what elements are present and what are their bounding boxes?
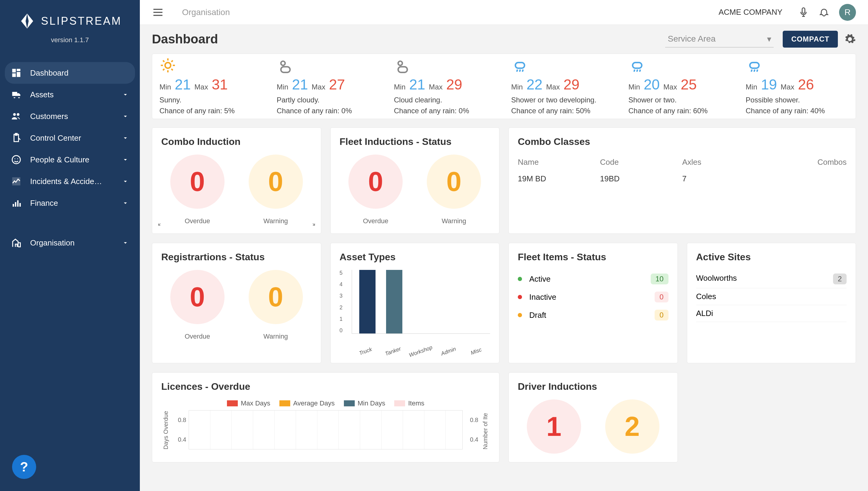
- column-header: Combos: [764, 157, 847, 167]
- card-title: Registrartions - Status: [161, 252, 312, 263]
- temp-min: 21: [409, 76, 425, 93]
- status-row: Active 10: [518, 270, 669, 288]
- status-label: Active: [529, 275, 651, 284]
- sidebar-item-label: Control Center: [30, 134, 122, 143]
- truck-icon: [11, 89, 22, 100]
- cell-combos: [764, 174, 847, 183]
- collapse-icon[interactable]: [158, 223, 165, 230]
- stat-label: Overdue: [170, 333, 225, 340]
- y-tick: 1: [340, 316, 352, 322]
- site-name: Woolworths: [696, 273, 737, 284]
- logo-area: SLIPSTREAM version 1.1.7: [0, 0, 140, 50]
- stat-label: Warning: [249, 333, 303, 340]
- site-row[interactable]: ALDi: [696, 305, 847, 322]
- temp-min: 20: [644, 76, 660, 93]
- min-label: Min: [511, 83, 523, 91]
- max-label: Max: [429, 83, 443, 91]
- y-tick: 0.8: [171, 416, 186, 424]
- stat-circle: 0: [170, 154, 225, 209]
- site-count-badge: 2: [833, 273, 847, 284]
- stat-label: Warning: [427, 217, 481, 225]
- topbar: Organisation ACME COMPANY R: [140, 0, 868, 25]
- legend: Max Days Average Days Min Days Items: [161, 399, 490, 407]
- dashboard-grid: Combo Induction 0Overdue 0Warning Fleet …: [152, 127, 856, 462]
- legend-label: Min Days: [358, 399, 386, 407]
- legend-label: Average Days: [293, 399, 335, 407]
- card-title: Fleet Inductions - Status: [340, 136, 491, 147]
- weather-rain: Chance of any rain: 40%: [746, 106, 848, 116]
- card-title: Driver Inductions: [518, 381, 669, 392]
- y-tick: 3: [340, 293, 352, 299]
- partly-weather-icon: [394, 56, 497, 75]
- stat-circle: 2: [605, 399, 660, 454]
- sunny-weather-icon: [160, 56, 262, 75]
- sidebar-item-people-culture[interactable]: People & Culture: [5, 149, 135, 171]
- service-area-select[interactable]: Service Area ▾: [665, 31, 774, 48]
- status-badge: 0: [654, 310, 668, 320]
- card-title: Fleet Items - Status: [518, 252, 669, 263]
- compact-button[interactable]: COMPACT: [783, 31, 838, 48]
- status-row: Draft 0: [518, 306, 669, 324]
- max-label: Max: [781, 83, 794, 91]
- licences-plot: [189, 410, 463, 450]
- site-row[interactable]: Coles: [696, 288, 847, 305]
- content: Min 21 Max 31 Sunny. Chance of any rain:…: [140, 54, 868, 491]
- expand-icon[interactable]: [308, 223, 315, 230]
- cell-axles: 7: [682, 174, 765, 183]
- avatar[interactable]: R: [839, 4, 856, 21]
- cell-name: 19M BD: [518, 174, 600, 183]
- weather-rain: Chance of any rain: 5%: [160, 106, 262, 116]
- table-row[interactable]: 19M BD 19BD 7: [518, 170, 847, 187]
- avatar-initial: R: [844, 7, 850, 17]
- weather-rain: Chance of any rain: 0%: [277, 106, 380, 116]
- svg-point-2: [17, 158, 18, 160]
- asset-types-chart: 012345: [340, 270, 491, 348]
- slipstream-logo-icon: [18, 12, 36, 30]
- max-label: Max: [546, 83, 560, 91]
- site-row[interactable]: Woolworths 2: [696, 270, 847, 288]
- gear-icon[interactable]: [844, 33, 856, 45]
- y-tick: 4: [340, 281, 352, 288]
- sidebar-item-customers[interactable]: Customers: [5, 106, 135, 127]
- weather-rain: Chance of any rain: 0%: [394, 106, 497, 116]
- breadcrumb: Organisation: [182, 7, 719, 17]
- main: Organisation ACME COMPANY R Dashboard Se…: [140, 0, 868, 491]
- app-version: version 1.1.7: [12, 36, 128, 44]
- sidebar-item-finance[interactable]: Finance: [5, 192, 135, 214]
- status-dot-icon: [518, 295, 522, 299]
- status-badge: 10: [651, 273, 669, 284]
- sidebar-item-incidents-accide-[interactable]: Incidents & Accide…: [5, 171, 135, 192]
- asset-types-card: Asset Types 012345 TruckTankerWorkshopAd…: [330, 243, 500, 363]
- stat-circle: 0: [427, 154, 481, 209]
- chevron-down-icon: ▾: [767, 34, 771, 44]
- bars-icon: [11, 198, 22, 208]
- combo-classes-card: Combo Classes Name Code Axles Combos 19M…: [508, 127, 856, 234]
- sidebar-item-control-center[interactable]: Control Center: [5, 127, 135, 149]
- help-button[interactable]: ?: [12, 455, 36, 479]
- stat-circle: 1: [527, 399, 581, 454]
- stat-circle: 0: [249, 270, 303, 324]
- svg-point-4: [281, 61, 285, 65]
- sidebar-item-dashboard[interactable]: Dashboard: [5, 62, 135, 84]
- y-tick: 5: [340, 270, 352, 276]
- sidebar-item-assets[interactable]: Assets: [5, 84, 135, 106]
- sidebar-item-label: People & Culture: [30, 155, 122, 165]
- card-title: Active Sites: [696, 252, 847, 263]
- driver-inductions-card: Driver Inductions 1 2: [508, 372, 678, 462]
- y-right-axis-label: Number of Ite: [481, 410, 490, 450]
- status-dot-icon: [518, 277, 522, 281]
- partly-weather-icon: [277, 56, 380, 75]
- bell-icon[interactable]: [818, 7, 830, 18]
- hamburger-icon[interactable]: [152, 6, 164, 18]
- max-label: Max: [312, 83, 325, 91]
- sidebar-item-organisation[interactable]: Organisation: [5, 232, 135, 254]
- legend-label: Items: [408, 399, 424, 407]
- microphone-icon[interactable]: [798, 7, 809, 18]
- weather-card: Min 22 Max 29 Shower or two developing. …: [504, 55, 621, 117]
- svg-point-5: [398, 61, 402, 65]
- stat-label: Overdue: [348, 217, 403, 225]
- chevron-down-icon: [122, 91, 129, 98]
- status-label: Inactive: [529, 292, 654, 302]
- temp-max: 29: [446, 76, 462, 93]
- min-label: Min: [277, 83, 288, 91]
